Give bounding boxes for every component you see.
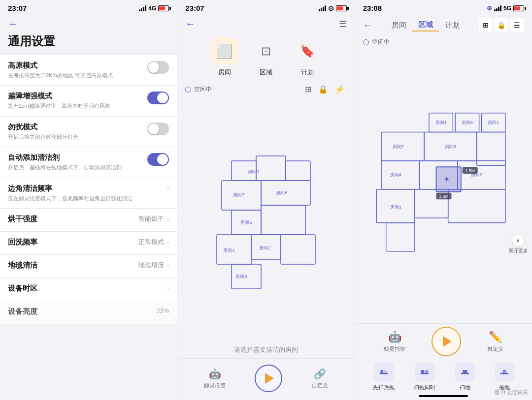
svg-rect-51 xyxy=(463,370,467,373)
setting-desc-0: 在海拔高度大于2Km的地区,可开启高原模式 xyxy=(8,72,143,79)
setting-item-9: 设备亮度 33% xyxy=(0,301,177,324)
setting-item-0: 高原模式 在海拔高度大于2Km的地区,可开启高原模式 xyxy=(0,55,177,86)
expand-chevron: ∧ xyxy=(512,235,524,246)
play-button-2[interactable] xyxy=(255,365,282,392)
svg-text:房间6: 房间6 xyxy=(462,120,473,125)
menu-icon-2[interactable]: ☰ xyxy=(339,19,347,30)
bottom-controls-2: 🤖 鲸灵托管 🔗 自定义 xyxy=(177,358,354,400)
play-triangle-3 xyxy=(443,336,452,347)
svg-rect-9 xyxy=(281,235,315,264)
setting-name-7: 地毯清洁 xyxy=(8,261,134,270)
custom-label-3: 自定义 xyxy=(487,345,503,353)
toolbar-icon-1[interactable]: ⊞ xyxy=(305,85,311,94)
toolbar-menu-3[interactable]: ☰ xyxy=(510,18,524,32)
setting-desc-2: 开启后将关闭音效和部分灯光 xyxy=(8,133,143,141)
mode-sweep-mop-sim[interactable]: 扫拖同时 xyxy=(414,362,435,391)
tab-zone-label-2: 区域 xyxy=(260,68,272,77)
toggle-yue[interactable] xyxy=(147,92,169,104)
custom-btn-2[interactable]: 🔗 自定义 xyxy=(312,368,328,389)
tab-zone-3[interactable]: 区域 xyxy=(412,19,439,31)
mode-sweep-only[interactable]: 扫地 xyxy=(455,362,475,391)
panel-zone-map: 23:08 ⊕ 5G ← 房间 区域 计划 ⊞ 🔒 ☰ xyxy=(355,0,532,400)
status-bar-1: 23:07 4G xyxy=(0,0,177,14)
tab-plan-3[interactable]: 计划 xyxy=(439,20,466,31)
time-1: 23:07 xyxy=(8,4,27,12)
svg-text:房间4: 房间4 xyxy=(223,248,234,253)
time-2: 23:07 xyxy=(185,4,204,12)
floor-plan-svg-2: 房间1 房间7 房间6 房间5 房间4 房间2 房间3 xyxy=(202,151,330,289)
chevron-5: › xyxy=(167,215,169,223)
svg-rect-46 xyxy=(384,370,387,373)
toolbar-icon-2[interactable]: 🔒 xyxy=(318,85,328,94)
setting-value-9: 33% xyxy=(156,307,169,314)
mode-icon-0 xyxy=(374,362,394,382)
toggle-wurao[interactable] xyxy=(147,123,169,135)
expand-label: 展开更多 xyxy=(508,247,528,254)
play-button-3[interactable] xyxy=(432,327,461,356)
whale-btn-2[interactable]: 🤖 鲸灵托管 xyxy=(204,368,226,389)
mode-label-2: 扫地 xyxy=(460,384,470,391)
setting-item-8[interactable]: 设备时区 › xyxy=(0,278,177,301)
status-bar-2: 23:07 ⊙ xyxy=(177,0,354,14)
setting-desc-4: 仅在鲸灵托管模式下，按此频率对边角进行强化清洁 xyxy=(8,195,163,202)
mode-sweep-mop-after[interactable]: 先扫后拖 xyxy=(373,362,395,391)
custom-icon-2: 🔗 xyxy=(314,368,326,380)
chevron-7: › xyxy=(167,261,169,269)
toolbar-grid-3[interactable]: ⊞ xyxy=(479,18,493,32)
svg-text:房间6: 房间6 xyxy=(276,190,287,195)
svg-rect-29 xyxy=(448,189,505,222)
toggle-auto[interactable] xyxy=(147,153,169,166)
svg-text:房间3: 房间3 xyxy=(235,274,247,279)
setting-item-7[interactable]: 地毯清洁 地毯增压 › xyxy=(0,255,177,278)
expand-more-btn[interactable]: ∧ 展开更多 xyxy=(508,235,528,254)
svg-rect-50 xyxy=(461,373,469,374)
mode-icon-2 xyxy=(455,362,475,382)
setting-name-8: 设备时区 xyxy=(8,284,163,293)
setting-item-5[interactable]: 烘干强度 智能烘干 › xyxy=(0,209,177,232)
setting-item-6[interactable]: 回洗频率 正常模式 › xyxy=(0,232,177,255)
custom-label-2: 自定义 xyxy=(312,382,328,389)
setting-desc-1: 提升2cm越障通过率，高落差时开启有风险 xyxy=(8,102,143,110)
tab-room-3[interactable]: 房间 xyxy=(386,20,412,31)
mode-icon-1 xyxy=(415,362,434,382)
whale-btn-3[interactable]: 🤖 鲸灵托管 xyxy=(384,331,405,353)
mode-label-1: 扫拖同时 xyxy=(414,384,435,391)
setting-item-3: 自动添加清洁剂 开启后，基站将在拖地模式下，自动添加清洁剂 xyxy=(0,147,177,178)
toolbar-lock-3[interactable]: 🔒 xyxy=(495,18,508,32)
svg-text:房间3: 房间3 xyxy=(390,204,401,209)
tab-room-2[interactable]: ⬜ 房间 xyxy=(210,37,239,77)
svg-rect-47 xyxy=(421,373,429,374)
tab-plan-2[interactable]: 🔖 计划 xyxy=(293,37,322,77)
back-button-1[interactable]: ← xyxy=(8,18,18,30)
status-bar-3: 23:08 ⊕ 5G xyxy=(355,0,532,14)
mode-mop-only[interactable]: 拖地 xyxy=(495,362,514,391)
status-icons-2: ⊙ xyxy=(319,4,347,12)
svg-text:房间4: 房间4 xyxy=(390,172,401,177)
battery-1 xyxy=(158,5,169,11)
tab-zone-2[interactable]: ⊡ 区域 xyxy=(251,37,281,77)
map-area-2: 房间1 房间7 房间6 房间5 房间4 房间2 房间3 请选择需要清洁的房间 xyxy=(177,98,354,358)
setting-name-2: 勿扰模式 xyxy=(8,123,143,132)
svg-rect-1 xyxy=(256,156,286,181)
setting-item-4[interactable]: 边角清洁频率 仅在鲸灵托管模式下，按此频率对边角进行强化清洁 › xyxy=(0,178,177,209)
toggle-gaoyuan[interactable] xyxy=(147,61,169,74)
panel3-toolbar: ⊞ 🔒 ☰ xyxy=(479,18,524,32)
custom-icon-3: ✏️ xyxy=(489,331,502,343)
custom-btn-3[interactable]: ✏️ 自定义 xyxy=(487,331,503,353)
svg-text:房间5: 房间5 xyxy=(240,220,252,225)
svg-rect-49 xyxy=(425,370,428,373)
chevron-6: › xyxy=(167,238,169,246)
status-dot-3 xyxy=(363,39,369,45)
play-triangle-2 xyxy=(265,373,274,384)
back-button-2[interactable]: ← xyxy=(185,18,195,30)
setting-value-5: 智能烘干 xyxy=(138,215,164,223)
back-button-3[interactable]: ← xyxy=(363,20,373,31)
panel-settings: 23:07 4G ← 通用设置 高原模式 在海拔高度大于2Km的地区,可开启高原… xyxy=(0,0,177,400)
svg-text:房间1: 房间1 xyxy=(435,120,447,125)
svg-text:房间7: 房间7 xyxy=(233,192,244,197)
settings-list: 高原模式 在海拔高度大于2Km的地区,可开启高原模式 越障增强模式 提升2cm越… xyxy=(0,55,177,400)
svg-text:1.5M: 1.5M xyxy=(439,194,449,199)
svg-rect-30 xyxy=(386,222,415,251)
toolbar-icon-3[interactable]: ⚡ xyxy=(335,85,345,94)
network-type-1: 4G xyxy=(148,5,156,12)
